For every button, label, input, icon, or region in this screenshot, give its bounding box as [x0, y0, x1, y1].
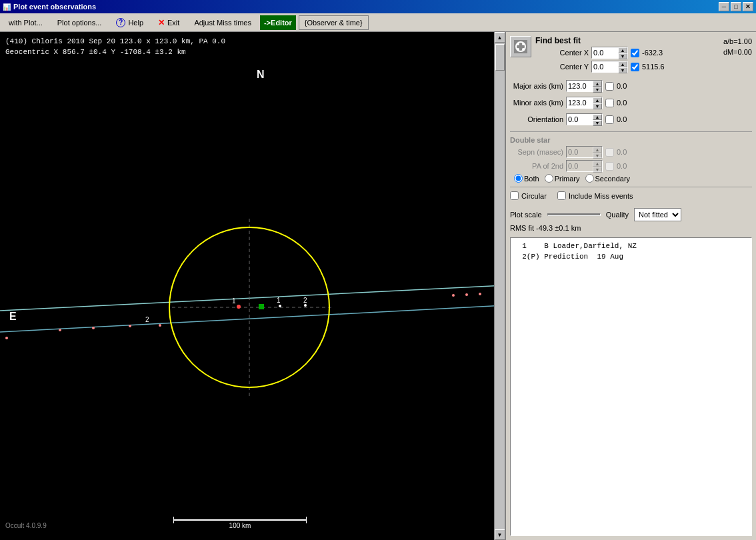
svg-point-23 [517, 43, 519, 45]
scroll-down-button[interactable]: ▼ [495, 529, 505, 540]
sepn-input: ▲ ▼ [566, 146, 603, 158]
svg-point-18 [452, 294, 455, 297]
center-y-input[interactable]: ▲ ▼ [591, 61, 628, 73]
major-axis-input[interactable]: ▲ ▼ [566, 80, 603, 92]
minor-axis-down[interactable]: ▼ [593, 103, 602, 109]
center-y-row: Center Y ▲ ▼ 5115.6 [535, 61, 717, 73]
major-axis-label: Major axis (km) [510, 82, 563, 90]
svg-point-8 [159, 324, 161, 327]
minor-axis-arrows[interactable]: ▲ ▼ [593, 97, 602, 109]
svg-line-1 [0, 285, 505, 311]
main-container: (410) Chloris 2010 Sep 20 123.0 x 123.0 … [0, 32, 756, 540]
find-best-fit-button[interactable] [510, 36, 531, 57]
right-panel: Find best fit Center X ▲ ▼ -632.3 [505, 32, 756, 540]
editor-button[interactable]: ->Editor [260, 15, 296, 30]
exit-button[interactable]: ✕ Exit [152, 15, 185, 30]
svg-point-26 [522, 48, 525, 51]
include-miss-label[interactable]: Include Miss events [557, 191, 633, 200]
observer-time-button[interactable]: {Observer & time} [299, 15, 369, 30]
version-label: Occult 4.0.9.9 [5, 522, 47, 529]
orientation-down[interactable]: ▼ [593, 120, 602, 126]
major-axis-up[interactable]: ▲ [593, 81, 602, 87]
svg-point-6 [92, 327, 95, 329]
svg-point-17 [5, 337, 8, 339]
ab-info: a/b=1.00 dM=0.00 [723, 36, 752, 57]
sepn-row: Sepn (masec) ▲ ▼ 0.0 [510, 146, 752, 158]
orientation-checkbox[interactable] [605, 115, 614, 124]
sepn-up: ▲ [593, 147, 602, 153]
orientation-up[interactable]: ▲ [593, 114, 602, 120]
scale-slider[interactable] [547, 209, 601, 221]
scroll-up-button[interactable]: ▲ [495, 32, 505, 43]
include-miss-checkbox[interactable] [557, 191, 566, 200]
major-axis-arrows[interactable]: ▲ ▼ [593, 81, 602, 93]
svg-point-13 [304, 304, 307, 307]
options-row: Circular Include Miss events [510, 191, 752, 200]
major-axis-field[interactable] [568, 82, 595, 90]
radio-secondary[interactable]: Secondary [585, 174, 631, 183]
center-y-check-row: 5115.6 [631, 63, 675, 71]
svg-point-24 [522, 43, 525, 45]
plot-scrollbar-vertical[interactable]: ▲ ▼ [494, 32, 505, 540]
center-y-checkbox[interactable] [631, 63, 639, 71]
center-x-field[interactable] [593, 49, 620, 57]
minor-axis-up[interactable]: ▲ [593, 97, 602, 103]
sepn-checkbox [605, 148, 614, 157]
results-text[interactable]: 1 B Loader,Darfield, NZ 2(P) Prediction … [510, 237, 752, 536]
svg-text:2: 2 [145, 316, 149, 323]
svg-point-10 [237, 305, 241, 309]
pa-row: PA of 2nd ▲ ▼ 0.0 [510, 160, 752, 172]
close-button[interactable]: ✕ [743, 2, 753, 11]
center-y-up[interactable]: ▲ [618, 61, 627, 67]
with-plot-button[interactable]: with Plot... [3, 15, 49, 30]
center-x-checkbox[interactable] [631, 49, 639, 57]
circular-checkbox[interactable] [510, 191, 519, 200]
center-y-arrows[interactable]: ▲ ▼ [618, 61, 627, 73]
title-text: Plot event observations [13, 3, 96, 11]
double-star-section: Double star Sepn (masec) ▲ ▼ 0.0 PA of 2… [510, 136, 752, 183]
major-axis-checkbox[interactable] [605, 82, 614, 91]
quality-select[interactable]: Not fitted Poor Good Excellent [634, 208, 681, 221]
find-best-fit-section: Find best fit Center X ▲ ▼ -632.3 [510, 36, 752, 75]
scale-line [173, 519, 307, 521]
minor-axis-row: Minor axis (km) ▲ ▼ 0.0 [510, 97, 752, 109]
plot-area[interactable]: (410) Chloris 2010 Sep 20 123.0 x 123.0 … [0, 32, 505, 540]
center-x-down[interactable]: ▼ [618, 53, 627, 59]
minimize-button[interactable]: ─ [719, 2, 729, 11]
circular-label[interactable]: Circular [510, 191, 547, 200]
orientation-arrows[interactable]: ▲ ▼ [593, 114, 602, 126]
pa-check-row: 0.0 [605, 162, 650, 171]
scroll-thumb[interactable] [495, 44, 505, 71]
minor-axis-checkbox[interactable] [605, 99, 614, 107]
center-x-input[interactable]: ▲ ▼ [591, 47, 628, 59]
plot-options-button[interactable]: Plot options... [51, 15, 108, 30]
adjust-miss-button[interactable]: Adjust Miss times [188, 15, 257, 30]
center-y-down[interactable]: ▼ [618, 67, 627, 73]
radio-primary[interactable]: Primary [545, 174, 580, 183]
center-x-check-val: -632.3 [642, 49, 675, 57]
divider-1 [510, 131, 752, 132]
svg-point-20 [479, 293, 481, 295]
divider-2 [510, 187, 752, 187]
maximize-button[interactable]: □ [731, 2, 741, 11]
orientation-field[interactable] [568, 115, 595, 123]
center-y-field[interactable] [593, 63, 620, 71]
svg-point-5 [59, 329, 61, 331]
major-axis-down[interactable]: ▼ [593, 87, 602, 93]
minor-axis-input[interactable]: ▲ ▼ [566, 97, 603, 109]
major-axis-check-row: 0.0 [605, 82, 650, 91]
orientation-check-row: 0.0 [605, 115, 650, 124]
radio-both[interactable]: Both [514, 174, 539, 183]
title-bar: 📊 Plot event observations ─ □ ✕ [0, 0, 756, 13]
pa-down: ▼ [593, 167, 602, 173]
help-button[interactable]: ? Help [110, 15, 149, 30]
center-x-up[interactable]: ▲ [618, 47, 627, 53]
orientation-input[interactable]: ▲ ▼ [566, 113, 603, 125]
app-icon: 📊 [3, 3, 11, 11]
svg-line-0 [0, 305, 505, 332]
menu-bar: with Plot... Plot options... ? Help ✕ Ex… [0, 13, 756, 32]
pa-check-val: 0.0 [617, 162, 650, 170]
center-x-arrows[interactable]: ▲ ▼ [618, 47, 627, 59]
minor-axis-field[interactable] [568, 99, 595, 107]
svg-point-19 [465, 293, 468, 296]
